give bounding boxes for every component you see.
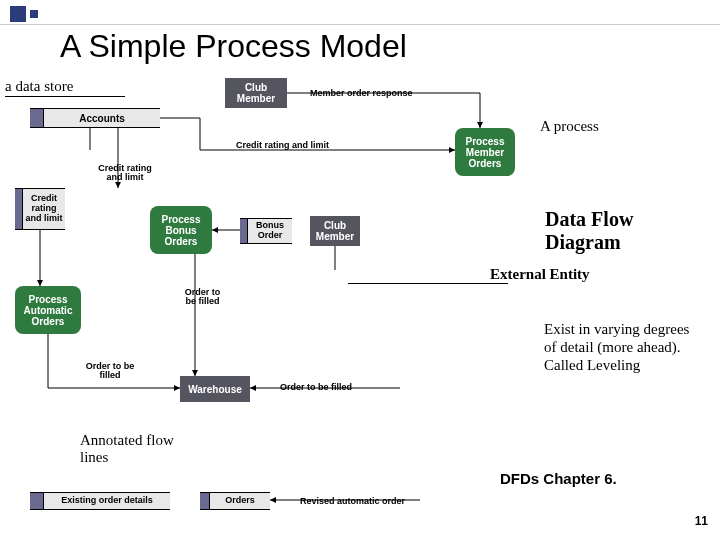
label-annotated-flow-lines: Annotated flow lines [80,432,174,467]
page-title: A Simple Process Model [60,28,407,65]
datastore-existing-handle [30,493,44,509]
process-bonus-orders: Process Bonus Orders [150,206,212,254]
process-bonus-orders-label: Process Bonus Orders [152,214,210,247]
datastore-credit-label: Credit rating and limit [25,194,63,224]
label-data-flow-diagram: Data Flow Diagram [545,208,633,254]
entity-warehouse-label: Warehouse [188,384,242,395]
label-data-store-underline [5,96,125,97]
flow-label-revised-auto-order: Revised automatic order [300,496,405,506]
datastore-bonus-handle [240,219,248,243]
datastore-orders: Orders [200,492,270,510]
flow-label-order-filled-2: Order to be filled [85,362,135,381]
entity-club-member-top-label: Club Member [227,82,285,104]
label-data-store: a data store [5,78,73,95]
entity-club-member-mid: Club Member [310,216,360,246]
datastore-orders-handle [200,493,210,509]
entity-warehouse: Warehouse [180,376,250,402]
datastore-accounts: Accounts [30,108,160,128]
annot-l2: lines [80,449,108,465]
process-member-orders: Process Member Orders [455,128,515,176]
datastore-existing-label: Existing order details [61,496,153,506]
flow-label-credit-rating-limit: Credit rating and limit [236,140,329,150]
annot-l1: Annotated flow [80,432,174,448]
dfd-line1: Data Flow [545,208,633,230]
entity-club-member-top: Club Member [225,78,287,108]
label-dfds-chapter: DFDs Chapter 6. [500,470,617,487]
datastore-bonus-order: Bonus Order [240,218,292,244]
datastore-bonus-label: Bonus Order [250,221,290,241]
slide-bullet-large [10,6,26,22]
datastore-accounts-handle [30,109,44,127]
slide-bullet-small [30,10,38,18]
datastore-credit-ds-handle [15,189,23,229]
label-external-entity: External Entity [490,266,590,283]
flow-label-order-filled-3: Order to be filled [280,382,352,392]
datastore-existing-order-details: Existing order details [30,492,170,510]
datastore-credit-rating-limit: Credit rating and limit [15,188,65,230]
flow-label-order-filled-1: Order to be filled [180,288,225,307]
flow-label-member-order-response: Member order response [310,88,413,98]
label-external-entity-underline [348,283,508,284]
page-number: 11 [695,514,708,528]
entity-club-member-mid-label: Club Member [312,220,358,242]
datastore-orders-label: Orders [225,496,255,506]
process-automatic-orders-label: Process Automatic Orders [17,294,79,327]
flow-label-credit-rating-limit-2: Credit rating and limit [95,164,155,183]
process-automatic-orders: Process Automatic Orders [15,286,81,334]
dfd-line2: Diagram [545,231,621,253]
label-a-process: A process [540,118,599,135]
slide-header-rule [0,24,720,25]
label-leveling: Exist in varying degrees of detail (more… [544,320,694,374]
process-member-orders-label: Process Member Orders [457,136,513,169]
datastore-accounts-label: Accounts [79,113,125,124]
